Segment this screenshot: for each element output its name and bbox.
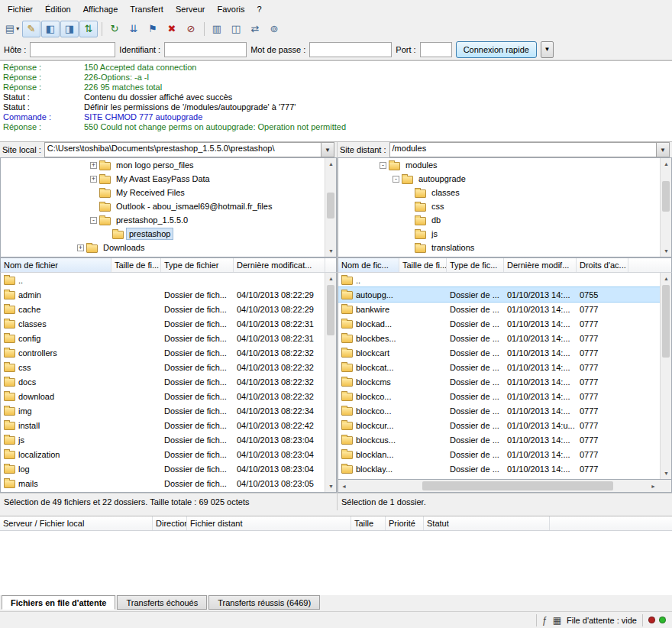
scroll-down-icon[interactable]: ▼	[661, 245, 672, 257]
remote-tree-item[interactable]: translations	[338, 241, 671, 254]
remote-tree-item[interactable]: db	[338, 213, 671, 227]
local-file-row[interactable]: log Dossier de fich... 04/10/2013 08:23:…	[1, 461, 336, 476]
local-tree-item[interactable]: - prestashop_1.5.5.0	[1, 213, 336, 227]
remote-file-row[interactable]: bankwire Dossier de ... 01/10/2013 14:..…	[338, 302, 671, 316]
toggle-message-log-button[interactable]: ✎	[22, 21, 40, 37]
separator[interactable]	[204, 22, 205, 36]
scroll-left-icon[interactable]: ◄	[338, 481, 350, 492]
menu-item[interactable]: Fichier	[2, 2, 39, 17]
local-file-row[interactable]: js Dossier de fich... 04/10/2013 08:23:0…	[1, 432, 336, 447]
menu-item[interactable]: Transfert	[124, 2, 170, 17]
remote-file-row[interactable]: ..	[338, 273, 671, 287]
remote-tree-scrollbar[interactable]: ▲ ▼	[660, 158, 671, 257]
remote-tree-item[interactable]: - autoupgrade	[338, 172, 671, 186]
disconnect-button[interactable]: ⊘	[182, 21, 200, 37]
column-header-type[interactable]: Type de fichier	[161, 258, 234, 272]
scrollbar-thumb[interactable]	[662, 285, 670, 358]
flag-button[interactable]: ⚑	[144, 21, 162, 37]
remote-file-row[interactable]: blocklan... Dossier de ... 01/10/2013 14…	[338, 447, 671, 461]
column-header-status[interactable]: Statut	[424, 516, 550, 530]
column-header-name[interactable]: Nom de fic...	[338, 258, 399, 272]
local-tree-scrollbar[interactable]: ▲ ▼	[325, 158, 336, 257]
scroll-up-icon[interactable]: ▲	[325, 158, 337, 170]
scroll-down-icon[interactable]: ▼	[325, 245, 337, 257]
scroll-down-icon[interactable]: ▼	[661, 468, 672, 479]
local-file-row[interactable]: ..	[1, 273, 336, 287]
quickconnect-button[interactable]: Connexion rapide	[456, 41, 537, 58]
local-path-combobox[interactable]: C:\Users\toshiba\Documents\prestashop_1.…	[44, 142, 334, 157]
scroll-up-icon[interactable]: ▲	[661, 273, 672, 284]
process-queue-button[interactable]: ⇊	[124, 21, 143, 37]
column-header-size[interactable]: Taille de fi...	[399, 258, 447, 272]
column-header-remote-file[interactable]: Fichier distant	[187, 516, 351, 530]
scrollbar-thumb[interactable]	[327, 193, 334, 219]
refresh-button[interactable]: ↻	[105, 21, 124, 37]
tree-item-label[interactable]: js	[429, 228, 440, 239]
toggle-queue-button[interactable]: ⇅	[79, 21, 98, 37]
local-file-row[interactable]: admin Dossier de fich... 04/10/2013 08:2…	[1, 287, 336, 302]
local-file-row[interactable]: mails Dossier de fich... 04/10/2013 08:2…	[1, 476, 336, 490]
separator[interactable]	[102, 22, 102, 36]
scroll-down-icon[interactable]: ▼	[325, 481, 337, 492]
local-tree-item[interactable]: prestashop	[1, 227, 336, 241]
scrollbar-thumb[interactable]	[422, 481, 613, 490]
column-header-permissions[interactable]: Droits d'ac...	[577, 258, 628, 272]
remote-tree-item[interactable]: js	[338, 227, 671, 241]
queue-tab[interactable]: Fichiers en file d'attente	[2, 595, 115, 610]
directory-filter-button[interactable]: ▥	[208, 21, 226, 37]
tree-expander[interactable]: +	[90, 162, 97, 169]
tree-expander[interactable]: -	[380, 162, 386, 169]
local-file-row[interactable]: docs Dossier de fich... 04/10/2013 08:22…	[1, 374, 336, 389]
column-header-type[interactable]: Type de fic...	[447, 258, 504, 272]
remote-tree-item[interactable]: - modules	[338, 158, 671, 172]
local-tree-item[interactable]: My Received Files	[1, 186, 336, 199]
local-tree-item[interactable]: + Downloads	[1, 241, 336, 254]
quickconnect-dropdown-button[interactable]: ▼	[541, 41, 554, 58]
local-file-row[interactable]: download Dossier de fich... 04/10/2013 0…	[1, 389, 336, 403]
tree-expander[interactable]: +	[90, 176, 97, 183]
remote-list-scrollbar[interactable]: ▲ ▼	[660, 273, 671, 479]
column-header-name[interactable]: Nom de fichier	[1, 258, 111, 272]
tree-item-label[interactable]: My Avast EasyPass Data	[114, 173, 212, 184]
remote-horizontal-scrollbar[interactable]: ◄ ►	[338, 480, 672, 493]
local-tree-item[interactable]: + mon logo perso_files	[1, 158, 336, 172]
tree-item-label[interactable]: prestashop	[127, 228, 173, 239]
local-file-row[interactable]: cache Dossier de fich... 04/10/2013 08:2…	[1, 302, 336, 316]
menu-item[interactable]: Favoris	[211, 2, 250, 17]
tree-item-label[interactable]: modules	[403, 160, 440, 170]
queue-tab[interactable]: Transferts échoués	[117, 595, 207, 610]
remote-file-row[interactable]: blockcms Dossier de ... 01/10/2013 14:..…	[338, 374, 671, 389]
remote-file-row[interactable]: autoupg... Dossier de ... 01/10/2013 14:…	[338, 287, 671, 302]
scrollbar-thumb[interactable]	[662, 181, 670, 212]
speed-limit-icon[interactable]: ƒ	[542, 615, 548, 626]
local-file-row[interactable]: localization Dossier de fich... 04/10/20…	[1, 447, 336, 461]
tree-expander[interactable]: +	[77, 244, 84, 251]
password-input[interactable]	[309, 42, 392, 57]
tree-item-label[interactable]: Downloads	[101, 242, 147, 253]
tree-item-label[interactable]: classes	[429, 187, 462, 198]
queue-tab[interactable]: Transferts réussis (6469)	[208, 595, 320, 610]
remote-path-combobox[interactable]: /modules ▼	[389, 142, 670, 157]
column-header-size[interactable]: Taille de fi...	[111, 258, 161, 272]
chevron-down-icon[interactable]: ▼	[656, 143, 669, 157]
toggle-remote-tree-button[interactable]: ◨	[60, 21, 79, 37]
tree-item-label[interactable]: My Received Files	[114, 187, 187, 198]
file-search-button[interactable]: ⊚	[265, 21, 283, 37]
tree-item-label[interactable]: Outlook - abou_ismael69@hotmail.fr_files	[114, 201, 274, 212]
tree-expander[interactable]: -	[393, 176, 399, 183]
local-file-row[interactable]: css Dossier de fich... 04/10/2013 08:22:…	[1, 360, 336, 374]
remote-file-row[interactable]: blockcus... Dossier de ... 01/10/2013 14…	[338, 432, 671, 447]
chevron-down-icon[interactable]: ▼	[321, 143, 334, 157]
local-list-scrollbar[interactable]: ▲ ▼	[325, 273, 336, 492]
queue-list[interactable]	[0, 531, 672, 595]
remote-file-row[interactable]: blockco... Dossier de ... 01/10/2013 14:…	[338, 403, 671, 418]
scroll-right-icon[interactable]: ►	[648, 481, 659, 492]
remote-file-row[interactable]: blockcart Dossier de ... 01/10/2013 14:.…	[338, 345, 671, 360]
tree-item-label[interactable]: css	[429, 201, 447, 212]
host-input[interactable]	[30, 42, 115, 57]
menu-item[interactable]: Affichage	[77, 2, 124, 17]
tree-item-label[interactable]: translations	[429, 242, 477, 253]
local-file-row[interactable]: install Dossier de fich... 04/10/2013 08…	[1, 418, 336, 432]
remote-file-row[interactable]: blockco... Dossier de ... 01/10/2013 14:…	[338, 389, 671, 403]
scroll-up-icon[interactable]: ▲	[661, 158, 672, 170]
